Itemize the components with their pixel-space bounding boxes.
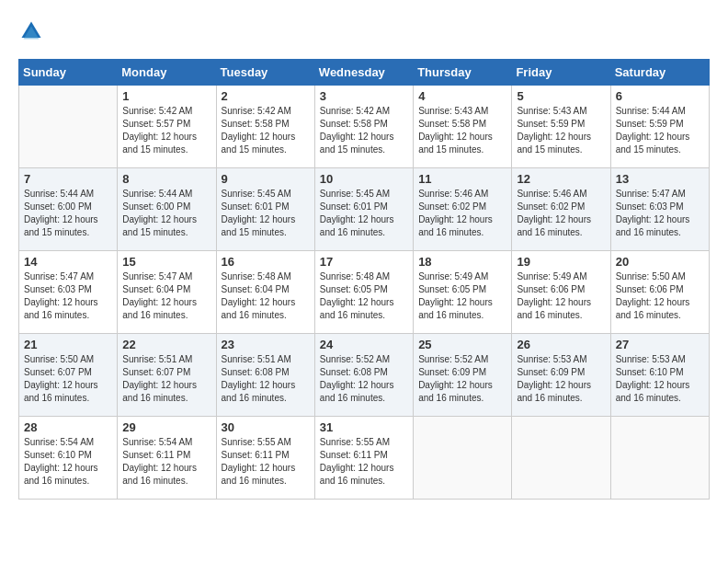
day-number: 18 <box>418 255 506 269</box>
day-number: 31 <box>320 420 408 434</box>
day-header-saturday: Saturday <box>610 60 709 86</box>
day-info: Sunrise: 5:49 AMSunset: 6:05 PMDaylight:… <box>418 270 506 322</box>
day-info: Sunrise: 5:48 AMSunset: 6:05 PMDaylight:… <box>320 270 408 322</box>
day-info: Sunrise: 5:47 AMSunset: 6:03 PMDaylight:… <box>24 270 112 322</box>
day-number: 28 <box>24 420 112 434</box>
calendar-cell: 2Sunrise: 5:42 AMSunset: 5:58 PMDaylight… <box>216 86 314 168</box>
calendar-cell: 28Sunrise: 5:54 AMSunset: 6:10 PMDayligh… <box>19 417 118 500</box>
calendar-cell: 12Sunrise: 5:46 AMSunset: 6:02 PMDayligh… <box>512 168 610 251</box>
day-header-sunday: Sunday <box>19 60 118 86</box>
day-info: Sunrise: 5:43 AMSunset: 5:59 PMDaylight:… <box>517 105 605 156</box>
day-number: 16 <box>222 255 310 269</box>
day-info: Sunrise: 5:51 AMSunset: 6:08 PMDaylight:… <box>222 353 310 405</box>
day-header-friday: Friday <box>512 60 610 86</box>
day-header-wednesday: Wednesday <box>314 60 413 86</box>
day-number: 9 <box>222 172 310 186</box>
day-info: Sunrise: 5:45 AMSunset: 6:01 PMDaylight:… <box>320 188 408 239</box>
day-header-thursday: Thursday <box>414 60 512 86</box>
logo-icon <box>18 18 44 44</box>
day-number: 23 <box>222 338 310 351</box>
calendar-cell <box>414 417 512 500</box>
calendar-cell: 9Sunrise: 5:45 AMSunset: 6:01 PMDaylight… <box>216 168 314 251</box>
calendar-cell: 10Sunrise: 5:45 AMSunset: 6:01 PMDayligh… <box>314 168 413 251</box>
day-number: 14 <box>24 255 112 269</box>
day-number: 4 <box>418 89 506 103</box>
day-number: 29 <box>122 420 210 434</box>
day-info: Sunrise: 5:42 AMSunset: 5:58 PMDaylight:… <box>222 105 310 156</box>
day-number: 3 <box>320 89 408 103</box>
calendar-cell: 20Sunrise: 5:50 AMSunset: 6:06 PMDayligh… <box>610 251 709 334</box>
day-header-monday: Monday <box>118 60 216 86</box>
day-info: Sunrise: 5:44 AMSunset: 6:00 PMDaylight:… <box>24 188 112 239</box>
calendar-cell: 14Sunrise: 5:47 AMSunset: 6:03 PMDayligh… <box>19 251 118 334</box>
day-info: Sunrise: 5:46 AMSunset: 6:02 PMDaylight:… <box>517 188 605 239</box>
calendar-cell: 16Sunrise: 5:48 AMSunset: 6:04 PMDayligh… <box>216 251 314 334</box>
calendar-cell: 22Sunrise: 5:51 AMSunset: 6:07 PMDayligh… <box>118 334 216 417</box>
calendar-cell: 11Sunrise: 5:46 AMSunset: 6:02 PMDayligh… <box>414 168 512 251</box>
day-info: Sunrise: 5:42 AMSunset: 5:57 PMDaylight:… <box>122 105 210 156</box>
day-number: 24 <box>320 338 408 351</box>
day-info: Sunrise: 5:43 AMSunset: 5:58 PMDaylight:… <box>418 105 506 156</box>
day-header-tuesday: Tuesday <box>216 60 314 86</box>
calendar-cell: 5Sunrise: 5:43 AMSunset: 5:59 PMDaylight… <box>512 86 610 168</box>
day-number: 12 <box>517 172 605 186</box>
day-number: 15 <box>122 255 210 269</box>
day-number: 17 <box>320 255 408 269</box>
day-info: Sunrise: 5:44 AMSunset: 6:00 PMDaylight:… <box>122 188 210 239</box>
day-info: Sunrise: 5:42 AMSunset: 5:58 PMDaylight:… <box>320 105 408 156</box>
day-number: 27 <box>616 338 704 351</box>
calendar-cell: 6Sunrise: 5:44 AMSunset: 5:59 PMDaylight… <box>610 86 709 168</box>
day-number: 21 <box>24 338 112 351</box>
calendar-cell: 3Sunrise: 5:42 AMSunset: 5:58 PMDaylight… <box>314 86 413 168</box>
calendar-cell: 8Sunrise: 5:44 AMSunset: 6:00 PMDaylight… <box>118 168 216 251</box>
calendar-week-row: 14Sunrise: 5:47 AMSunset: 6:03 PMDayligh… <box>19 251 710 334</box>
calendar-cell: 29Sunrise: 5:54 AMSunset: 6:11 PMDayligh… <box>118 417 216 500</box>
day-info: Sunrise: 5:47 AMSunset: 6:03 PMDaylight:… <box>616 188 704 239</box>
calendar-cell: 23Sunrise: 5:51 AMSunset: 6:08 PMDayligh… <box>216 334 314 417</box>
calendar-cell <box>19 86 118 168</box>
day-number: 30 <box>222 420 310 434</box>
calendar-cell: 17Sunrise: 5:48 AMSunset: 6:05 PMDayligh… <box>314 251 413 334</box>
day-info: Sunrise: 5:55 AMSunset: 6:11 PMDaylight:… <box>222 436 310 488</box>
day-number: 25 <box>418 338 506 351</box>
day-number: 13 <box>616 172 704 186</box>
day-info: Sunrise: 5:52 AMSunset: 6:09 PMDaylight:… <box>418 353 506 405</box>
day-number: 26 <box>517 338 605 351</box>
day-info: Sunrise: 5:49 AMSunset: 6:06 PMDaylight:… <box>517 270 605 322</box>
day-number: 22 <box>122 338 210 351</box>
day-info: Sunrise: 5:53 AMSunset: 6:10 PMDaylight:… <box>616 353 704 405</box>
calendar-week-row: 21Sunrise: 5:50 AMSunset: 6:07 PMDayligh… <box>19 334 710 417</box>
calendar-cell: 18Sunrise: 5:49 AMSunset: 6:05 PMDayligh… <box>414 251 512 334</box>
day-number: 5 <box>517 89 605 103</box>
logo <box>18 18 48 44</box>
calendar-cell: 25Sunrise: 5:52 AMSunset: 6:09 PMDayligh… <box>414 334 512 417</box>
page-header <box>18 18 710 44</box>
day-info: Sunrise: 5:52 AMSunset: 6:08 PMDaylight:… <box>320 353 408 405</box>
day-info: Sunrise: 5:55 AMSunset: 6:11 PMDaylight:… <box>320 436 408 488</box>
day-info: Sunrise: 5:48 AMSunset: 6:04 PMDaylight:… <box>222 270 310 322</box>
day-number: 8 <box>122 172 210 186</box>
calendar-week-row: 28Sunrise: 5:54 AMSunset: 6:10 PMDayligh… <box>19 417 710 500</box>
day-info: Sunrise: 5:47 AMSunset: 6:04 PMDaylight:… <box>122 270 210 322</box>
calendar-cell: 4Sunrise: 5:43 AMSunset: 5:58 PMDaylight… <box>414 86 512 168</box>
day-info: Sunrise: 5:50 AMSunset: 6:06 PMDaylight:… <box>616 270 704 322</box>
calendar-table: SundayMondayTuesdayWednesdayThursdayFrid… <box>18 59 710 500</box>
calendar-cell: 24Sunrise: 5:52 AMSunset: 6:08 PMDayligh… <box>314 334 413 417</box>
day-info: Sunrise: 5:54 AMSunset: 6:11 PMDaylight:… <box>122 436 210 488</box>
calendar-header-row: SundayMondayTuesdayWednesdayThursdayFrid… <box>19 60 710 86</box>
calendar-cell: 7Sunrise: 5:44 AMSunset: 6:00 PMDaylight… <box>19 168 118 251</box>
day-info: Sunrise: 5:44 AMSunset: 5:59 PMDaylight:… <box>616 105 704 156</box>
calendar-cell: 15Sunrise: 5:47 AMSunset: 6:04 PMDayligh… <box>118 251 216 334</box>
calendar-cell: 1Sunrise: 5:42 AMSunset: 5:57 PMDaylight… <box>118 86 216 168</box>
calendar-cell: 13Sunrise: 5:47 AMSunset: 6:03 PMDayligh… <box>610 168 709 251</box>
day-number: 10 <box>320 172 408 186</box>
day-info: Sunrise: 5:51 AMSunset: 6:07 PMDaylight:… <box>122 353 210 405</box>
day-info: Sunrise: 5:53 AMSunset: 6:09 PMDaylight:… <box>517 353 605 405</box>
calendar-cell: 19Sunrise: 5:49 AMSunset: 6:06 PMDayligh… <box>512 251 610 334</box>
calendar-cell: 27Sunrise: 5:53 AMSunset: 6:10 PMDayligh… <box>610 334 709 417</box>
day-info: Sunrise: 5:45 AMSunset: 6:01 PMDaylight:… <box>222 188 310 239</box>
day-info: Sunrise: 5:54 AMSunset: 6:10 PMDaylight:… <box>24 436 112 488</box>
day-info: Sunrise: 5:50 AMSunset: 6:07 PMDaylight:… <box>24 353 112 405</box>
calendar-cell <box>610 417 709 500</box>
day-number: 19 <box>517 255 605 269</box>
